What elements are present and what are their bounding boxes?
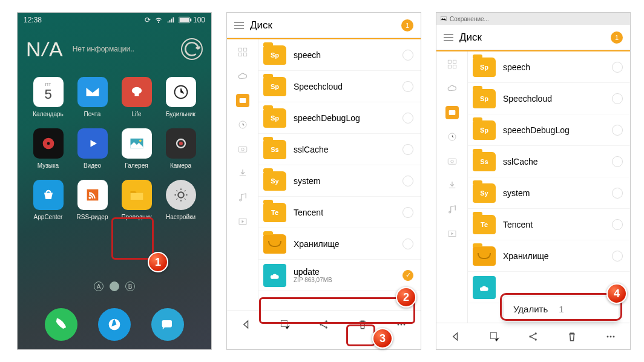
svg-rect-43	[490, 332, 496, 338]
folder-row[interactable]: Spspeech	[468, 51, 630, 83]
svg-rect-21	[239, 98, 246, 103]
menu-icon[interactable]	[234, 22, 244, 29]
app-filemanager[interactable]: Проводник	[114, 180, 159, 220]
app-music[interactable]: Музыка	[26, 128, 70, 169]
svg-point-32	[404, 323, 406, 325]
side-storage-icon[interactable]	[445, 106, 459, 119]
fm-title: Диск	[250, 19, 395, 31]
row-checkbox[interactable]	[612, 62, 623, 73]
svg-point-9	[139, 139, 141, 142]
side-camera-icon[interactable]	[445, 154, 459, 168]
folder-row[interactable]: Хранилище	[468, 240, 630, 272]
side-download-icon[interactable]	[236, 166, 249, 180]
app-video[interactable]: Видео	[70, 128, 114, 169]
page-indicator[interactable]: A B	[18, 281, 211, 291]
side-camera-icon[interactable]	[236, 142, 249, 156]
share-button[interactable]	[524, 327, 542, 346]
app-life[interactable]: Life	[114, 77, 159, 117]
folder-icon: Te	[263, 203, 286, 222]
back-button[interactable]	[447, 327, 465, 346]
folder-row[interactable]: SpspeechDebugLog	[468, 114, 630, 146]
delete-button[interactable]	[353, 315, 372, 334]
row-checkbox[interactable]	[402, 176, 413, 186]
row-checkbox[interactable]	[402, 239, 413, 249]
svg-point-44	[529, 335, 531, 337]
folder-row[interactable]: Хранилище	[258, 228, 421, 260]
folder-row[interactable]: SssslCache	[468, 146, 630, 177]
side-recent-icon[interactable]	[445, 130, 459, 143]
folder-row[interactable]: Sysystem	[468, 177, 630, 209]
folder-icon: Te	[473, 215, 496, 234]
folder-row[interactable]: SpSpeechcloud	[258, 71, 421, 102]
delete-button[interactable]	[563, 327, 581, 346]
side-video-icon[interactable]	[445, 227, 459, 240]
app-alarm[interactable]: Будильник	[159, 77, 203, 117]
app-calendar[interactable]: ПТ 5 Календарь	[26, 77, 70, 117]
svg-rect-38	[448, 110, 455, 115]
folder-row[interactable]: SssslCache	[258, 134, 421, 165]
side-cloud-icon[interactable]	[236, 70, 249, 83]
wifi-icon	[154, 15, 163, 25]
app-rss[interactable]: RSS-ридер	[70, 180, 114, 220]
row-checkbox[interactable]	[612, 251, 623, 262]
side-storage-icon[interactable]	[236, 94, 249, 107]
row-checkbox[interactable]	[612, 188, 623, 199]
delete-popup-label: Удалить	[513, 304, 548, 314]
app-gallery[interactable]: Галерея	[114, 128, 159, 169]
na-text: Нет информации..	[73, 45, 172, 53]
row-checkbox[interactable]	[402, 270, 413, 281]
side-cloud-icon[interactable]	[445, 82, 459, 95]
menu-icon[interactable]	[444, 34, 453, 41]
side-video-icon[interactable]	[236, 215, 249, 228]
zip-file-icon	[263, 264, 286, 287]
side-music-icon[interactable]	[445, 203, 459, 216]
callout-4: 4	[606, 283, 627, 304]
folder-row[interactable]: TeTencent	[258, 197, 421, 228]
folder-row[interactable]: SpSpeechcloud	[468, 83, 630, 114]
side-music-icon[interactable]	[236, 191, 249, 204]
side-download-icon[interactable]	[445, 179, 459, 192]
status-saving: Сохранение...	[436, 13, 630, 25]
row-checkbox[interactable]	[612, 125, 623, 136]
app-settings[interactable]: Настройки	[159, 180, 203, 220]
row-checkbox[interactable]	[402, 81, 413, 92]
svg-point-41	[450, 160, 453, 163]
row-checkbox[interactable]	[402, 144, 413, 155]
share-button[interactable]	[315, 315, 333, 334]
file-row-update[interactable]: updateZIP 863,07MB	[258, 260, 421, 291]
folder-icon	[473, 246, 496, 266]
folder-icon: Sp	[473, 120, 496, 140]
svg-rect-20	[243, 53, 246, 56]
row-checkbox[interactable]	[402, 207, 413, 218]
back-button[interactable]	[237, 315, 255, 334]
row-checkbox[interactable]	[402, 113, 413, 123]
more-button[interactable]	[602, 327, 620, 346]
dock-browser[interactable]	[98, 308, 131, 341]
side-category-icon[interactable]	[445, 58, 459, 71]
folder-icon: Ss	[473, 152, 496, 171]
select-button[interactable]	[485, 327, 504, 346]
row-checkbox[interactable]	[402, 50, 413, 61]
select-button[interactable]	[276, 315, 294, 334]
folder-row[interactable]: Spspeech	[258, 39, 421, 71]
folder-icon	[263, 234, 286, 254]
app-camera[interactable]: Камера	[159, 128, 203, 169]
refresh-button[interactable]	[181, 38, 203, 60]
dock-messages[interactable]	[151, 308, 184, 341]
fm-bottom-toolbar	[436, 323, 630, 349]
row-checkbox[interactable]	[612, 156, 623, 167]
delete-popup[interactable]: Удалить 1	[504, 297, 619, 321]
more-button[interactable]	[392, 315, 410, 334]
svg-rect-4	[134, 93, 139, 96]
app-mail[interactable]: Почта	[70, 77, 114, 117]
row-checkbox[interactable]	[612, 93, 623, 104]
dock-phone[interactable]	[45, 308, 77, 341]
folder-row[interactable]: Sysystem	[258, 165, 421, 197]
folder-row[interactable]: SpspeechDebugLog	[258, 102, 421, 134]
app-appcenter[interactable]: AppCenter	[26, 180, 70, 220]
folder-row[interactable]: TeTencent	[468, 209, 630, 240]
side-recent-icon[interactable]	[236, 118, 249, 131]
row-checkbox[interactable]	[612, 219, 623, 230]
side-category-icon[interactable]	[236, 45, 249, 59]
zip-file-icon	[473, 276, 496, 299]
